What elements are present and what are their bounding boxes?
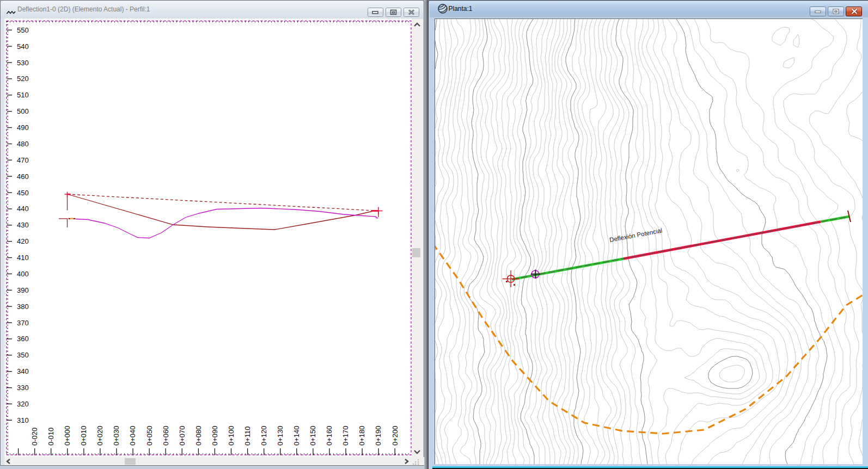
svg-text:400: 400: [17, 270, 29, 278]
svg-text:330: 330: [17, 384, 29, 392]
svg-text:390: 390: [17, 286, 29, 294]
svg-text:340: 340: [17, 367, 29, 375]
svg-text:540: 540: [17, 42, 29, 51]
svg-text:0+000: 0+000: [63, 425, 71, 446]
svg-text:450: 450: [17, 189, 29, 197]
svg-text:0+200: 0+200: [391, 425, 399, 446]
svg-text:410: 410: [17, 254, 29, 262]
svg-text:460: 460: [17, 172, 29, 181]
svg-text:360: 360: [17, 335, 29, 343]
svg-text:0+170: 0+170: [341, 425, 350, 446]
svg-text:0+100: 0+100: [227, 425, 235, 446]
svg-text:0-020: 0-020: [30, 428, 39, 446]
svg-text:0+020: 0+020: [96, 425, 104, 446]
svg-text:0+080: 0+080: [194, 425, 203, 446]
svg-text:490: 490: [17, 124, 29, 132]
svg-text:0+140: 0+140: [292, 425, 301, 446]
svg-text:0+110: 0+110: [243, 426, 252, 446]
svg-text:440: 440: [17, 205, 29, 213]
svg-text:320: 320: [17, 400, 29, 408]
svg-text:0-010: 0-010: [47, 428, 55, 446]
svg-text:0+040: 0+040: [129, 425, 137, 446]
svg-text:510: 510: [17, 91, 29, 99]
svg-text:0+160: 0+160: [325, 425, 333, 446]
svg-text:0+090: 0+090: [211, 425, 219, 446]
svg-text:420: 420: [17, 237, 29, 245]
svg-text:500: 500: [17, 107, 29, 115]
svg-text:0+060: 0+060: [162, 425, 170, 446]
svg-text:0+190: 0+190: [374, 425, 382, 446]
svg-text:0+070: 0+070: [178, 425, 186, 446]
svg-text:550: 550: [17, 26, 29, 34]
svg-text:0+150: 0+150: [309, 425, 317, 446]
svg-text:480: 480: [17, 140, 29, 148]
svg-text:520: 520: [17, 75, 29, 83]
svg-text:370: 370: [17, 319, 29, 327]
svg-text:530: 530: [17, 59, 29, 67]
svg-text:310: 310: [17, 416, 29, 424]
svg-text:0+180: 0+180: [358, 425, 366, 446]
svg-text:0+050: 0+050: [145, 425, 154, 446]
svg-text:350: 350: [17, 351, 29, 359]
svg-text:0+010: 0+010: [80, 425, 88, 446]
svg-text:0+030: 0+030: [112, 425, 120, 446]
svg-text:470: 470: [17, 156, 29, 164]
svg-text:0+120: 0+120: [260, 425, 268, 446]
svg-text:380: 380: [17, 303, 29, 311]
svg-text:430: 430: [17, 221, 29, 229]
svg-text:0+130: 0+130: [276, 425, 284, 446]
